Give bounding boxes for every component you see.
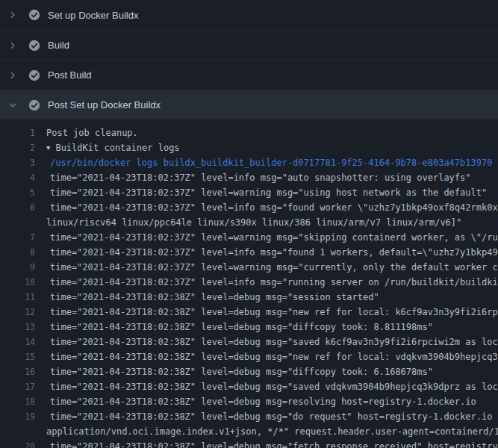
line-number[interactable]: 5	[0, 185, 46, 200]
log-line: 2 ▼BuildKit container logs	[0, 140, 498, 155]
line-number[interactable]: 4	[0, 170, 46, 185]
line-number[interactable]	[0, 424, 46, 439]
log-line: 14 time="2021-04-23T18:02:38Z" level=deb…	[0, 335, 498, 349]
line-number[interactable]: 1	[0, 125, 46, 140]
step-row[interactable]: Build	[0, 30, 498, 60]
step-label: Post Build	[48, 69, 92, 81]
log-text: time="2021-04-23T18:02:38Z" level=debug …	[46, 290, 498, 305]
log-line: 3 /usr/bin/docker logs buildx_buildkit_b…	[0, 155, 498, 170]
line-number[interactable]: 19	[0, 409, 46, 424]
log-text: ▼BuildKit container logs	[46, 140, 498, 155]
chevron-down-icon	[7, 100, 18, 111]
step-row[interactable]: Post Build	[0, 60, 498, 90]
log-line: 4 time="2021-04-23T18:02:37Z" level=info…	[0, 170, 498, 185]
line-number[interactable]: 6	[0, 200, 46, 215]
log-line: 9 time="2021-04-23T18:02:37Z" level=warn…	[0, 260, 498, 275]
check-circle-icon	[28, 69, 40, 81]
log-content: 1 Post job cleanup. 2 ▼BuildKit containe…	[0, 119, 498, 448]
log-text: time="2021-04-23T18:02:38Z" level=debug …	[46, 305, 498, 320]
log-command-text: /usr/bin/docker logs buildx_buildkit_bui…	[46, 155, 498, 170]
log-text: time="2021-04-23T18:02:38Z" level=debug …	[46, 409, 498, 424]
log-text: time="2021-04-23T18:02:37Z" level=warnin…	[46, 260, 498, 275]
line-number[interactable]: 15	[0, 349, 46, 364]
log-text: time="2021-04-23T18:02:38Z" level=debug …	[46, 349, 498, 364]
line-number[interactable]: 16	[0, 364, 46, 379]
log-line: 12 time="2021-04-23T18:02:38Z" level=deb…	[0, 305, 498, 320]
line-number[interactable]: 10	[0, 275, 46, 290]
log-text: time="2021-04-23T18:02:38Z" level=debug …	[46, 439, 498, 448]
chevron-right-icon	[7, 40, 18, 51]
log-line: 19 time="2021-04-23T18:02:38Z" level=deb…	[0, 409, 498, 424]
log-text: time="2021-04-23T18:02:37Z" level=warnin…	[46, 230, 498, 245]
log-line: 13 time="2021-04-23T18:02:38Z" level=deb…	[0, 320, 498, 335]
line-number[interactable]: 17	[0, 379, 46, 394]
log-text: time="2021-04-23T18:02:37Z" level=info m…	[46, 170, 498, 185]
step-row[interactable]: Post Set up Docker Buildx	[0, 90, 498, 119]
step-row[interactable]: Set up Docker Buildx	[0, 0, 498, 30]
step-label: Set up Docker Buildx	[48, 10, 138, 21]
log-text: time="2021-04-23T18:02:37Z" level=info m…	[46, 245, 498, 260]
line-number[interactable]: 12	[0, 305, 46, 320]
check-circle-icon	[28, 9, 40, 21]
line-number[interactable]: 3	[0, 155, 46, 170]
workflow-log-viewer: Set up Docker Buildx Build P	[0, 0, 498, 448]
log-line: 17 time="2021-04-23T18:02:38Z" level=deb…	[0, 379, 498, 394]
line-number[interactable]: 9	[0, 260, 46, 275]
line-number[interactable]: 20	[0, 439, 46, 448]
step-label: Build	[48, 40, 69, 51]
log-text: time="2021-04-23T18:02:38Z" level=debug …	[46, 379, 498, 394]
line-number[interactable]: 11	[0, 290, 46, 305]
chevron-right-icon	[7, 70, 18, 81]
log-line: 8 time="2021-04-23T18:02:37Z" level=info…	[0, 245, 498, 260]
line-number[interactable]: 2	[0, 140, 46, 155]
log-line: 6 time="2021-04-23T18:02:37Z" level=info…	[0, 200, 498, 215]
chevron-right-icon	[7, 10, 18, 20]
log-group-toggle-icon[interactable]: ▼	[46, 140, 50, 155]
log-line: 18 time="2021-04-23T18:02:38Z" level=deb…	[0, 394, 498, 409]
log-text: time="2021-04-23T18:02:37Z" level=warnin…	[46, 185, 498, 200]
line-number[interactable]: 13	[0, 320, 46, 335]
step-list: Set up Docker Buildx Build P	[0, 0, 498, 119]
log-group-label[interactable]: BuildKit container logs	[55, 143, 179, 153]
log-text: time="2021-04-23T18:02:38Z" level=debug …	[46, 364, 498, 379]
log-text: time="2021-04-23T18:02:38Z" level=debug …	[46, 320, 498, 335]
log-text: time="2021-04-23T18:02:37Z" level=info m…	[46, 200, 498, 215]
log-line: 15 time="2021-04-23T18:02:38Z" level=deb…	[0, 349, 498, 364]
log-line: 7 time="2021-04-23T18:02:37Z" level=warn…	[0, 230, 498, 245]
line-number[interactable]: 18	[0, 394, 46, 409]
line-number[interactable]: 7	[0, 230, 46, 245]
log-text: linux/riscv64 linux/ppc64le linux/s390x …	[46, 215, 498, 230]
log-line: 1 Post job cleanup.	[0, 125, 498, 140]
check-circle-icon	[28, 40, 40, 52]
log-line: 11 time="2021-04-23T18:02:38Z" level=deb…	[0, 290, 498, 305]
line-number[interactable]: 8	[0, 245, 46, 260]
log-line: 16 time="2021-04-23T18:02:38Z" level=deb…	[0, 364, 498, 379]
log-line: linux/riscv64 linux/ppc64le linux/s390x …	[0, 215, 498, 230]
log-text: time="2021-04-23T18:02:37Z" level=info m…	[46, 275, 498, 290]
line-number[interactable]: 14	[0, 335, 46, 349]
log-line: 20 time="2021-04-23T18:02:38Z" level=deb…	[0, 439, 498, 448]
log-line: 5 time="2021-04-23T18:02:37Z" level=warn…	[0, 185, 498, 200]
check-circle-icon	[28, 99, 40, 111]
log-line: 10 time="2021-04-23T18:02:37Z" level=inf…	[0, 275, 498, 290]
log-text: Post job cleanup.	[46, 125, 498, 140]
log-text: application/vnd.oci.image.index.v1+json,…	[46, 424, 498, 439]
log-text: time="2021-04-23T18:02:38Z" level=debug …	[46, 394, 498, 409]
step-label: Post Set up Docker Buildx	[48, 99, 161, 111]
log-line: application/vnd.oci.image.index.v1+json,…	[0, 424, 498, 439]
log-text: time="2021-04-23T18:02:38Z" level=debug …	[46, 335, 498, 349]
line-number[interactable]	[0, 215, 46, 230]
